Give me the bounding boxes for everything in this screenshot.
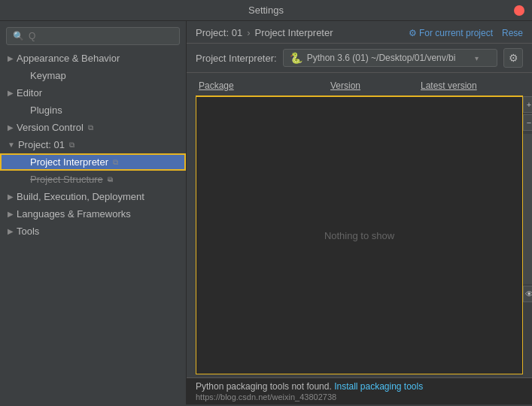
interpreter-settings-button[interactable]: ⚙ [503,48,523,68]
close-button[interactable] [514,5,524,16]
breadcrumb-header: Project: 01 › Project Interpreter ⚙ For … [187,21,532,44]
sidebar-item-label: Languages & Frameworks [17,208,131,220]
sidebar-item-label: Build, Execution, Deployment [17,191,144,202]
copy-icon: ⧉ [88,123,93,132]
chevron-down-icon: ▾ [475,54,479,62]
for-current-project-link[interactable]: ⚙ For current project [409,28,493,38]
search-icon: 🔍 [13,31,24,41]
interpreter-row: Project Interpreter: 🐍 Python 3.6 (01) ~… [187,44,532,73]
title-bar: Settings [0,0,532,21]
main-layout: 🔍 ▶ Appearance & Behavior Keymap ▶ Edito… [0,21,532,404]
sidebar-item-label: Project: 01 [18,139,65,150]
sidebar-item-project-structure[interactable]: Project Structure ⧉ [0,171,186,188]
sidebar-item-appearance[interactable]: ▶ Appearance & Behavior [0,50,186,67]
search-box[interactable]: 🔍 [6,27,180,45]
sidebar-item-plugins[interactable]: Plugins [0,102,186,119]
status-line-2: https://blog.csdn.net/weixin_43802738 [196,392,523,401]
table-header: Package Version Latest version [196,76,523,96]
scroll-track[interactable] [523,134,532,284]
interpreter-label: Project Interpreter: [196,53,277,64]
arrow-icon: ▶ [8,89,14,97]
status-bar: Python packaging tools not found. Instal… [187,377,532,404]
python-icon: 🐍 [290,52,302,64]
sidebar: 🔍 ▶ Appearance & Behavior Keymap ▶ Edito… [0,21,187,404]
interpreter-value: Python 3.6 (01) ~/Desktop/01/venv/bi [307,53,456,63]
copy-icon: ⧉ [69,141,74,150]
sidebar-item-label: Appearance & Behavior [17,53,120,64]
empty-state-message: Nothing to show [324,230,394,241]
window-title: Settings [248,5,284,16]
status-prefix: Python packaging tools not found. [196,381,332,392]
breadcrumb-actions: ⚙ For current project Rese [409,28,523,38]
breadcrumb-separator: › [247,27,250,38]
status-line-1: Python packaging tools not found. Instal… [196,381,523,392]
search-input[interactable] [29,31,173,41]
sidebar-item-tools[interactable]: ▶ Tools [0,223,186,240]
sidebar-item-label: Plugins [30,105,62,116]
arrow-icon: ▶ [8,227,14,235]
content-area: Project: 01 › Project Interpreter ⚙ For … [187,21,532,404]
sidebar-item-label: Project Interpreter [30,156,108,168]
arrow-icon: ▶ [8,54,14,62]
add-package-button[interactable]: + [523,96,532,113]
breadcrumb-current: Project Interpreter [255,27,333,38]
column-version[interactable]: Version [327,79,418,92]
sidebar-item-project-interpreter[interactable]: Project Interpreter ⧉ [0,153,186,171]
copy-icon: ⧉ [113,158,118,167]
reset-link[interactable]: Rese [502,28,523,38]
arrow-icon: ▶ [8,210,14,218]
arrow-icon: ▶ [8,192,14,201]
sidebar-item-label: Editor [17,87,42,98]
breadcrumb-project: Project: 01 [196,27,242,38]
sidebar-item-label: Tools [17,226,39,237]
sidebar-item-keymap[interactable]: Keymap [0,67,186,84]
sidebar-item-build-execution[interactable]: ▶ Build, Execution, Deployment [0,188,186,205]
eye-button[interactable]: 👁 [523,286,532,302]
install-packaging-tools-link[interactable]: Install packaging tools [334,381,423,392]
gear-icon: ⚙ [509,52,518,64]
column-package[interactable]: Package [196,79,327,92]
sidebar-item-label: Version Control [17,122,84,133]
table-side-actions: + − 👁 [523,96,532,302]
packages-table-body: Nothing to show [196,96,523,374]
sidebar-item-label: Keymap [30,70,66,81]
packages-table-area: Package Version Latest version Nothing t… [187,73,532,377]
sidebar-item-languages-frameworks[interactable]: ▶ Languages & Frameworks [0,205,186,223]
sidebar-item-project-01[interactable]: ▼ Project: 01 ⧉ [0,136,186,153]
sidebar-item-version-control[interactable]: ▶ Version Control ⧉ [0,119,186,136]
interpreter-select[interactable]: 🐍 Python 3.6 (01) ~/Desktop/01/venv/bi ▾ [283,49,497,67]
column-latest-version[interactable]: Latest version [418,79,523,92]
copy-icon: ⧉ [108,175,113,184]
eye-icon: 👁 [525,289,533,298]
arrow-icon: ▶ [8,123,14,132]
arrow-icon: ▼ [8,141,15,149]
sidebar-item-label: Project Structure [30,174,103,185]
sidebar-item-editor[interactable]: ▶ Editor [0,84,186,102]
remove-package-button[interactable]: − [523,114,532,131]
